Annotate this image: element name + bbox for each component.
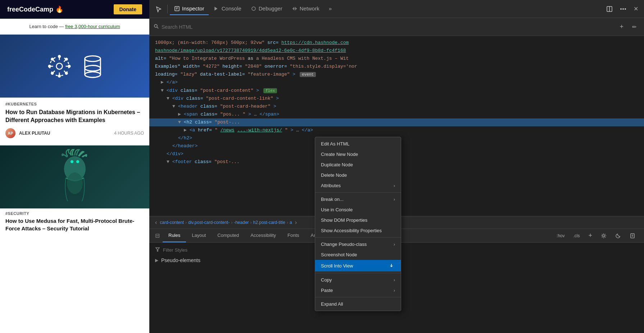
svg-point-13 <box>68 65 71 67</box>
ctx-paste-arrow: › <box>394 288 395 293</box>
hov-button[interactable]: :hov <box>554 231 568 240</box>
breadcrumb-sep-1: › <box>185 220 187 225</box>
page-mode-button[interactable] <box>627 231 638 241</box>
ctx-separator-1 <box>315 192 401 193</box>
html-line-h2-selected[interactable]: ▼ <h2 class= "post-... <box>149 118 644 126</box>
article1-tag: #KUBERNETES <box>0 102 149 106</box>
ctx-create-new-node[interactable]: Create New Node <box>315 149 401 159</box>
html-line-5: loading= "lazy" data-test-label= "featur… <box>149 71 644 78</box>
search-icon <box>154 24 159 30</box>
ctx-show-dom-properties[interactable]: Show DOM Properties <box>315 215 401 225</box>
svg-rect-52 <box>631 234 634 238</box>
tab-fonts[interactable]: Fonts <box>282 229 305 242</box>
more-tabs-icon: » <box>329 5 332 12</box>
ctx-expand-all[interactable]: Expand All <box>315 299 401 309</box>
tab-debugger[interactable]: Debugger <box>246 3 287 15</box>
donate-button[interactable]: Donate <box>114 4 142 14</box>
article1-meta: AP ALEX PLIUTAU 4 HOURS AGO <box>0 128 149 138</box>
svg-point-41 <box>154 24 157 27</box>
html-line-4: Examples" width= "4272" height= "2848" o… <box>149 63 644 71</box>
ctx-scroll-into-view[interactable]: Scroll Into View <box>315 260 401 271</box>
html-line-span: ▶ <span class= "pos... " > … </span> <box>149 111 644 118</box>
svg-point-43 <box>603 235 605 237</box>
svg-line-42 <box>157 27 158 28</box>
svg-point-17 <box>65 72 68 74</box>
tab-computed[interactable]: Computed <box>212 229 245 242</box>
add-rule-button[interactable]: + <box>585 230 595 242</box>
tab-more[interactable]: » <box>325 3 336 15</box>
breadcrumb-forward-button[interactable]: › <box>294 219 298 226</box>
close-devtools-button[interactable]: ✕ <box>631 3 641 14</box>
ctx-copy[interactable]: Copy › <box>315 275 401 285</box>
svg-line-48 <box>602 234 603 235</box>
breadcrumb-a[interactable]: a <box>290 220 292 225</box>
article1-title[interactable]: How to Run Database Migrations in Kubern… <box>0 108 149 125</box>
breadcrumb-div-post-card[interactable]: div.post-card-content- <box>188 220 230 225</box>
flex-badge[interactable]: flex <box>263 88 277 93</box>
helm-icon <box>47 54 72 79</box>
article-time: 4 HOURS AGO <box>114 131 144 136</box>
banner-link[interactable]: free 3,000-hour curriculum <box>65 24 120 29</box>
breadcrumb-sep-3: › <box>250 220 252 225</box>
breadcrumb-card-content[interactable]: card-content <box>160 220 184 225</box>
svg-point-12 <box>49 65 51 67</box>
ctx-use-in-console[interactable]: Use in Console <box>315 204 401 215</box>
site-header: freeCodeCamp 🔥 Donate <box>0 0 149 19</box>
tab-inspector[interactable]: Inspector <box>170 3 209 15</box>
tab-rules[interactable]: Rules <box>163 229 186 242</box>
ctx-break-on[interactable]: Break on... › <box>315 194 401 204</box>
ctx-delete-node[interactable]: Delete Node <box>315 170 401 180</box>
cls-button[interactable]: .cls <box>570 231 582 240</box>
ctx-attributes[interactable]: Attributes › <box>315 180 401 191</box>
filter-icon <box>155 247 160 253</box>
ctx-edit-as-html[interactable]: Edit As HTML <box>315 139 401 149</box>
html-line-div-post-card-content: ▼ <div class= "post-card-content" > flex <box>149 87 644 95</box>
console-tab-label: Console <box>222 5 241 12</box>
toolbar-right-icons: ✕ <box>603 3 641 14</box>
svg-point-18 <box>85 56 101 62</box>
ctx-break-arrow: › <box>394 197 395 202</box>
debugger-tab-label: Debugger <box>259 5 282 12</box>
toggle-sidebar-button[interactable]: ⊟ <box>152 229 163 242</box>
tab-layout[interactable]: Layout <box>186 229 212 242</box>
tab-network[interactable]: Network <box>287 3 324 15</box>
website-panel: freeCodeCamp 🔥 Donate Learn to code — fr… <box>0 0 149 333</box>
more-options-button[interactable] <box>617 6 629 12</box>
inspector-tab-label: Inspector <box>182 5 204 12</box>
ctx-separator-3 <box>315 273 401 273</box>
logo-flame-icon: 🔥 <box>55 5 63 13</box>
event-badge[interactable]: event <box>300 72 316 77</box>
tab-accessibility[interactable]: Accessibility <box>245 229 282 242</box>
ctx-change-pseudo-class[interactable]: Change Pseudo-class › <box>315 239 401 249</box>
edit-html-button[interactable]: ✏ <box>629 22 640 32</box>
breadcrumb-back-button[interactable]: ‹ <box>154 219 158 226</box>
breadcrumb-header[interactable]: -header <box>234 220 249 225</box>
expand-panels-button[interactable] <box>603 4 616 14</box>
ctx-show-accessibility[interactable]: Show Accessibility Properties <box>315 225 401 236</box>
html-line-div-post-card-content-link: ▼ <div class= "post-card-content-link" > <box>149 95 644 103</box>
dark-mode-button[interactable] <box>612 231 624 241</box>
html-line-2: hashnode/image/upload/v1727738740919/4dd… <box>149 47 644 55</box>
banner-text: Learn to code — <box>29 24 65 29</box>
pseudo-elements-label: Pseudo-elements <box>161 257 200 263</box>
add-node-button[interactable]: + <box>617 21 626 33</box>
html-line-close-a: ▶ </a> <box>149 78 644 86</box>
filter-styles-input[interactable] <box>163 247 223 253</box>
network-tab-label: Network <box>300 5 319 12</box>
article1-image <box>0 35 149 98</box>
breadcrumb-sep-4: › <box>287 220 288 225</box>
bottom-tab-right-controls: :hov .cls + <box>554 230 641 242</box>
breadcrumb-h2[interactable]: h2.post-card-title <box>253 220 285 225</box>
svg-point-21 <box>85 65 101 71</box>
ctx-paste[interactable]: Paste › <box>315 285 401 296</box>
ctx-duplicate-node[interactable]: Duplicate Node <box>315 159 401 170</box>
tab-console[interactable]: Console <box>209 3 246 15</box>
search-html-input[interactable] <box>162 24 614 30</box>
article2-title[interactable]: How to Use Medusa for Fast, Multi-Protoc… <box>0 217 149 232</box>
light-mode-button[interactable] <box>598 231 609 241</box>
ctx-screenshot-node[interactable]: Screenshot Node <box>315 249 401 260</box>
pseudo-expand-icon[interactable]: ▶ <box>155 258 158 263</box>
inspector-picker-button[interactable] <box>152 3 165 15</box>
medusa-icon <box>53 149 96 205</box>
ctx-separator-4 <box>315 297 401 297</box>
